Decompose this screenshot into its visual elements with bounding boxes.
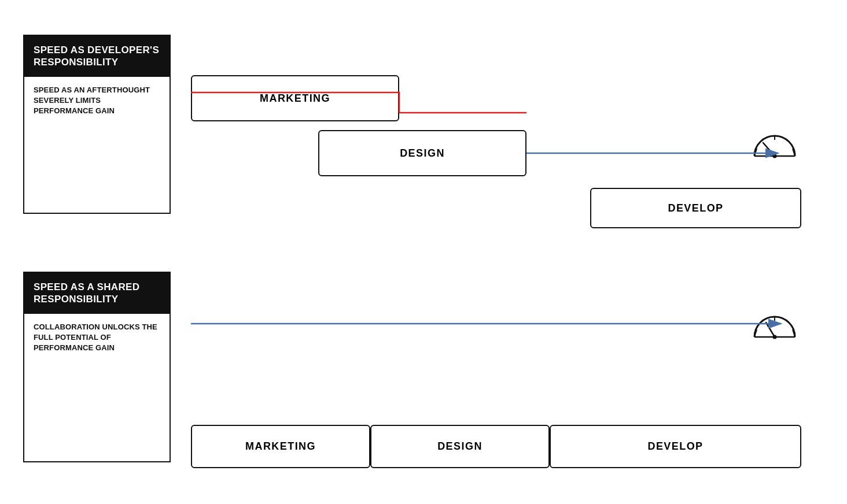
bottom-card-body: COLLABORATION UNLOCKS THE FULL POTENTIAL… bbox=[24, 314, 170, 362]
bottom-develop-label: DEVELOP bbox=[647, 440, 703, 453]
top-design-box: DESIGN bbox=[318, 130, 526, 176]
bottom-design-box: DESIGN bbox=[370, 425, 550, 468]
top-label-card: SPEED AS DEVELOPER'S RESPONSIBILITY SPEE… bbox=[23, 35, 171, 214]
bottom-speedometer bbox=[749, 305, 801, 346]
top-design-label: DESIGN bbox=[400, 147, 445, 160]
bottom-marketing-box: MARKETING bbox=[191, 425, 370, 468]
top-card-body: SPEED AS AN AFTERTHOUGHT SEVERELY LIMITS… bbox=[24, 77, 170, 125]
bottom-section: SPEED AS A SHARED RESPONSIBILITY COLLABO… bbox=[23, 266, 824, 486]
top-develop-box: DEVELOP bbox=[590, 188, 801, 228]
svg-point-14 bbox=[773, 335, 777, 339]
top-marketing-box: MARKETING bbox=[191, 75, 399, 121]
bottom-design-label: DESIGN bbox=[437, 440, 483, 453]
diagram-container: SPEED AS DEVELOPER'S RESPONSIBILITY SPEE… bbox=[0, 0, 847, 504]
top-section: SPEED AS DEVELOPER'S RESPONSIBILITY SPEE… bbox=[23, 17, 824, 243]
bottom-marketing-label: MARKETING bbox=[245, 440, 316, 453]
top-speedometer bbox=[749, 124, 801, 165]
svg-line-4 bbox=[763, 143, 775, 156]
svg-line-13 bbox=[766, 323, 775, 337]
bottom-develop-box: DEVELOP bbox=[550, 425, 801, 468]
bottom-card-header: SPEED AS A SHARED RESPONSIBILITY bbox=[24, 273, 170, 314]
top-marketing-label: MARKETING bbox=[260, 92, 330, 105]
bottom-label-card: SPEED AS A SHARED RESPONSIBILITY COLLABO… bbox=[23, 272, 171, 462]
top-card-header: SPEED AS DEVELOPER'S RESPONSIBILITY bbox=[24, 36, 170, 77]
top-develop-label: DEVELOP bbox=[668, 202, 723, 214]
svg-point-5 bbox=[773, 154, 777, 158]
